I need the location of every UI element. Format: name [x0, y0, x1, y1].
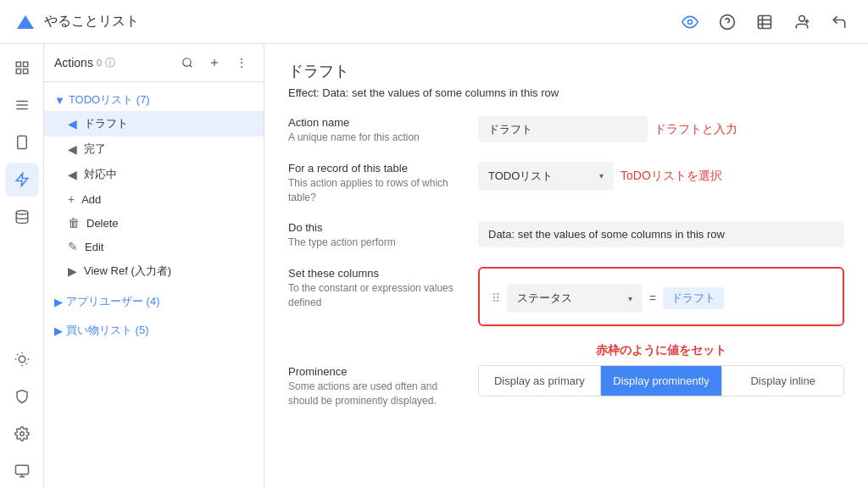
search-button[interactable] — [175, 51, 199, 75]
set-columns-section: ⠿ ステータス ▾ = ドラフト — [478, 267, 844, 326]
bulb-icon-item[interactable] — [5, 342, 39, 376]
prominence-desc: Some actions are used often and should b… — [288, 380, 458, 408]
arrow-down-icon: ▼ — [54, 94, 65, 107]
drag-handle-icon[interactable]: ⠿ — [492, 291, 500, 305]
shopping-group-header[interactable]: ▶ 買い物リスト (5) — [44, 319, 264, 341]
shopping-group-label: 買い物リスト (5) — [66, 323, 149, 338]
action-name-control: ドラフトと入力 — [478, 116, 844, 142]
bolt-icon-item[interactable] — [5, 163, 39, 197]
logo: やることリスト — [14, 10, 139, 34]
main-layout: Actions 0 ⓘ ⋮ ▼ TODOリスト (7) — [0, 44, 868, 488]
help-button[interactable] — [712, 7, 743, 37]
do-this-row: Do this The type action perform Data: se… — [288, 221, 844, 250]
column-name-dropdown[interactable]: ステータス ▾ — [507, 284, 643, 313]
header-actions — [675, 7, 854, 37]
phone-icon-item[interactable] — [5, 125, 39, 159]
svg-point-22 — [19, 356, 25, 363]
undo-button[interactable] — [824, 7, 854, 37]
action-name-label: Action name A unique name for this actio… — [288, 116, 458, 145]
more-options-button[interactable]: ⋮ — [230, 51, 253, 75]
action-viewref-label: View Ref (入力者) — [84, 263, 171, 279]
display-as-primary-button[interactable]: Display as primary — [479, 366, 601, 396]
list-icon-item[interactable] — [5, 88, 39, 122]
list-item[interactable]: ◀ 完了 — [44, 136, 264, 162]
column-dropdown-arrow-icon: ▾ — [628, 294, 632, 303]
actions-panel: Actions 0 ⓘ ⋮ ▼ TODOリスト (7) — [44, 44, 264, 488]
app-title: やることリスト — [44, 13, 139, 30]
svg-marker-0 — [17, 15, 34, 29]
svg-point-29 — [19, 432, 24, 436]
svg-line-26 — [25, 363, 26, 364]
action-name-annotation: ドラフトと入力 — [654, 122, 737, 137]
monitor-icon-item[interactable] — [5, 454, 39, 488]
svg-point-1 — [688, 19, 693, 24]
column-value-badge: ドラフト — [663, 287, 724, 309]
action-name-row: Action name A unique name for this actio… — [288, 116, 844, 145]
action-done-label: 完了 — [84, 141, 106, 157]
shield-icon-item[interactable] — [5, 380, 39, 413]
svg-point-21 — [16, 211, 28, 215]
for-record-desc: This action applies to rows of which tab… — [288, 176, 458, 205]
svg-rect-30 — [15, 465, 28, 474]
svg-point-8 — [799, 15, 805, 21]
list-item[interactable]: ▶ View Ref (入力者) — [44, 258, 264, 284]
database-icon-item[interactable] — [5, 200, 39, 234]
table-button[interactable] — [749, 7, 780, 37]
action-viewref-icon: ▶ — [68, 264, 77, 278]
action-delete-label: Delete — [86, 217, 119, 230]
for-record-title: For a record of this table — [288, 162, 458, 175]
display-prominently-button[interactable]: Display prominently — [601, 366, 723, 396]
actions-header-buttons: ⋮ — [175, 51, 253, 75]
svg-line-25 — [17, 354, 18, 355]
add-person-button[interactable] — [787, 7, 817, 37]
effect-value: Data: set the values of some columns in … — [322, 86, 559, 99]
equals-sign: = — [649, 291, 656, 305]
svg-rect-12 — [23, 62, 27, 66]
list-item[interactable]: + Add — [44, 187, 264, 211]
sidebar-icons — [0, 44, 44, 488]
arrow-right-icon2: ▶ — [54, 324, 63, 337]
svg-rect-14 — [23, 69, 27, 74]
action-name-input[interactable] — [478, 116, 648, 142]
list-item[interactable]: ✎ Edit — [44, 235, 264, 258]
for-record-dropdown[interactable]: TODOリスト ▾ — [478, 162, 614, 191]
display-inline-button[interactable]: Display inline — [722, 366, 843, 396]
effect-line: Effect: Data: set the values of some col… — [288, 86, 844, 99]
preview-button[interactable] — [675, 7, 705, 37]
info-icon: ⓘ — [105, 56, 115, 70]
shopping-group: ▶ 買い物リスト (5) — [44, 316, 264, 345]
action-progress-icon: ◀ — [68, 168, 77, 181]
for-record-control: TODOリスト ▾ ToDOリストを選択 — [478, 162, 844, 191]
svg-point-33 — [183, 58, 191, 66]
todo-group: ▼ TODOリスト (7) ◀ ドラフト ◀ 完了 ◀ 対応中 + Add — [44, 86, 264, 287]
list-item[interactable]: ◀ 対応中 — [44, 162, 264, 187]
todo-group-header[interactable]: ▼ TODOリスト (7) — [44, 89, 264, 111]
logo-icon — [14, 10, 37, 34]
do-this-label: Do this The type action perform — [288, 221, 458, 250]
content-title: ドラフト — [288, 61, 844, 81]
add-action-button[interactable] — [203, 51, 226, 75]
gear-icon-item[interactable] — [5, 417, 39, 451]
do-this-title: Do this — [288, 221, 458, 234]
prominence-section: Prominence Some actions are used often a… — [288, 365, 844, 408]
set-columns-desc: To the constant or expression values def… — [288, 281, 458, 310]
app-header: やることリスト — [0, 0, 868, 44]
grid-icon-item[interactable] — [5, 51, 39, 85]
set-columns-label-area: Set these columns To the constant or exp… — [288, 267, 458, 358]
svg-line-34 — [190, 65, 192, 68]
action-draft-label: ドラフト — [84, 116, 128, 131]
action-name-title: Action name — [288, 116, 458, 129]
content-area: ドラフト Effect: Data: set the values of som… — [264, 44, 868, 488]
action-progress-label: 対応中 — [84, 167, 117, 182]
do-this-value: Data: set the values of some columns in … — [478, 221, 844, 247]
appuser-group: ▶ アプリユーザー (4) — [44, 287, 264, 316]
list-item[interactable]: ◀ ドラフト — [44, 111, 264, 136]
svg-marker-20 — [16, 174, 28, 186]
for-record-row: For a record of this table This action a… — [288, 162, 844, 205]
action-edit-label: Edit — [85, 241, 103, 253]
svg-rect-4 — [759, 15, 771, 28]
appuser-group-header[interactable]: ▶ アプリユーザー (4) — [44, 291, 264, 313]
action-name-desc: A unique name for this action — [288, 130, 458, 145]
list-item[interactable]: 🗑 Delete — [44, 211, 264, 235]
todo-group-label: TODOリスト (7) — [69, 92, 150, 108]
